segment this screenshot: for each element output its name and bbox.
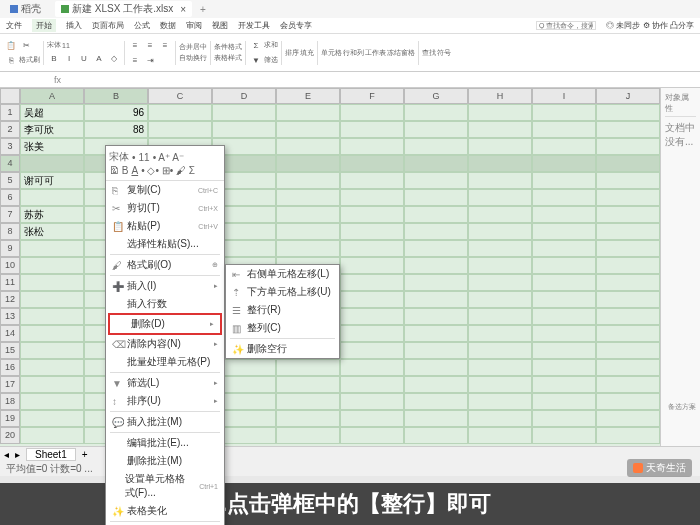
cell[interactable]: [276, 206, 340, 223]
cell[interactable]: [212, 104, 276, 121]
wrap-button[interactable]: 自动换行: [179, 53, 207, 63]
cell[interactable]: [340, 376, 404, 393]
sheet-tab-1[interactable]: Sheet1: [26, 448, 76, 461]
cell[interactable]: [596, 274, 660, 291]
row-header[interactable]: 13: [0, 308, 20, 325]
tab-home[interactable]: 稻壳: [4, 1, 47, 17]
cell[interactable]: [20, 359, 84, 376]
col-header-f[interactable]: F: [340, 88, 404, 104]
tab-workbook[interactable]: 新建 XLSX 工作表.xlsx×: [55, 1, 192, 17]
symbol-button[interactable]: 符号: [437, 48, 451, 58]
cell[interactable]: 苏苏: [20, 206, 84, 223]
cell[interactable]: [468, 223, 532, 240]
freeze-button[interactable]: 冻结窗格: [387, 48, 415, 58]
cell[interactable]: [532, 257, 596, 274]
cell[interactable]: [468, 104, 532, 121]
align-center[interactable]: ≡: [143, 38, 157, 52]
cell[interactable]: [596, 393, 660, 410]
cell[interactable]: [340, 410, 404, 427]
cell[interactable]: [340, 206, 404, 223]
cell[interactable]: [276, 410, 340, 427]
cell[interactable]: [532, 172, 596, 189]
col-header-j[interactable]: J: [596, 88, 660, 104]
cell[interactable]: [532, 359, 596, 376]
row-header[interactable]: 6: [0, 189, 20, 206]
ctx-paste[interactable]: 📋粘贴(P)Ctrl+V: [106, 217, 224, 235]
indent[interactable]: ⇥: [143, 53, 157, 67]
cell[interactable]: [468, 206, 532, 223]
cell[interactable]: [276, 223, 340, 240]
cell[interactable]: [596, 104, 660, 121]
cell[interactable]: [20, 376, 84, 393]
rowcol-button[interactable]: 行和列: [343, 48, 364, 58]
ctx-clear[interactable]: ⌫清除内容(N)▸: [106, 335, 224, 353]
cell[interactable]: [404, 104, 468, 121]
cell[interactable]: [20, 291, 84, 308]
row-header[interactable]: 16: [0, 359, 20, 376]
cell[interactable]: [20, 410, 84, 427]
cell[interactable]: [596, 257, 660, 274]
cell[interactable]: [532, 291, 596, 308]
row-header[interactable]: 14: [0, 325, 20, 342]
cell[interactable]: [276, 393, 340, 410]
cell[interactable]: [532, 155, 596, 172]
cell[interactable]: [404, 308, 468, 325]
cell[interactable]: [596, 342, 660, 359]
menu-review[interactable]: 审阅: [186, 20, 202, 31]
cell[interactable]: [468, 189, 532, 206]
cell[interactable]: [532, 223, 596, 240]
cell[interactable]: [20, 427, 84, 444]
cell[interactable]: [596, 325, 660, 342]
cell[interactable]: [596, 138, 660, 155]
cell[interactable]: [20, 325, 84, 342]
cell[interactable]: [468, 274, 532, 291]
cell[interactable]: [404, 427, 468, 444]
cell[interactable]: [276, 376, 340, 393]
cell[interactable]: [596, 359, 660, 376]
cell[interactable]: [468, 172, 532, 189]
cell[interactable]: [404, 138, 468, 155]
cell[interactable]: [20, 308, 84, 325]
ctx-delete-comment[interactable]: 删除批注(M): [106, 452, 224, 470]
cell[interactable]: [468, 410, 532, 427]
cell[interactable]: 88: [84, 121, 148, 138]
menu-dev[interactable]: 开发工具: [238, 20, 270, 31]
cell[interactable]: [340, 308, 404, 325]
row-header[interactable]: 7: [0, 206, 20, 223]
add-tab-button[interactable]: +: [200, 4, 206, 15]
ctx-paste-special[interactable]: 选择性粘贴(S)...: [106, 235, 224, 253]
fx-icon[interactable]: fx: [50, 75, 65, 85]
cell[interactable]: [340, 291, 404, 308]
cell[interactable]: [340, 325, 404, 342]
cell[interactable]: [596, 376, 660, 393]
row-header[interactable]: 3: [0, 138, 20, 155]
format-painter[interactable]: 格式刷: [19, 55, 40, 65]
cell[interactable]: [468, 155, 532, 172]
cell[interactable]: [340, 121, 404, 138]
cell[interactable]: 张松: [20, 223, 84, 240]
sync-collab[interactable]: ◎ 未同步 ⚙ 协作 凸分享: [606, 20, 694, 31]
prev-sheet[interactable]: ◂: [4, 449, 9, 460]
cell[interactable]: 张美: [20, 138, 84, 155]
ctx-insert-comment[interactable]: 💬插入批注(M): [106, 413, 224, 431]
cell[interactable]: [20, 274, 84, 291]
cell[interactable]: [340, 223, 404, 240]
size-select[interactable]: 11: [62, 42, 70, 49]
cell[interactable]: [532, 274, 596, 291]
cell[interactable]: [276, 359, 340, 376]
cell[interactable]: [340, 189, 404, 206]
row-header[interactable]: 10: [0, 257, 20, 274]
sub-delete-blank[interactable]: ✨删除空行: [226, 340, 339, 358]
cut-button[interactable]: ✂: [19, 38, 33, 52]
cell[interactable]: [404, 342, 468, 359]
cell[interactable]: [532, 189, 596, 206]
cell[interactable]: [468, 376, 532, 393]
cond-format[interactable]: 条件格式: [214, 42, 242, 52]
fill-button[interactable]: 填充: [300, 48, 314, 58]
underline-button[interactable]: U: [77, 51, 91, 65]
col-header-c[interactable]: C: [148, 88, 212, 104]
cell[interactable]: [468, 359, 532, 376]
row-header[interactable]: 8: [0, 223, 20, 240]
row-header[interactable]: 19: [0, 410, 20, 427]
ctx-insert-rows[interactable]: 插入行数: [106, 295, 224, 313]
